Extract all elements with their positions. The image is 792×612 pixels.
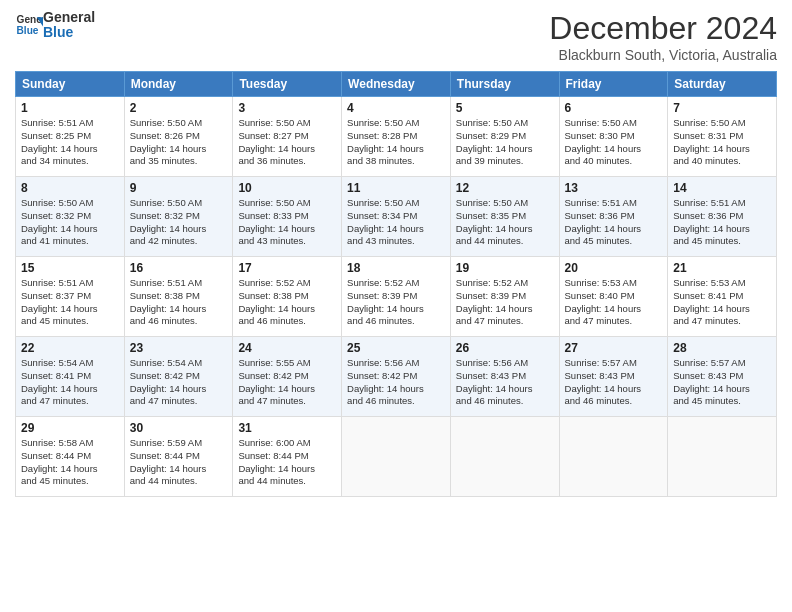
day-info: Sunrise: 5:57 AM Sunset: 8:43 PM Dayligh… bbox=[673, 357, 771, 408]
col-friday: Friday bbox=[559, 72, 668, 97]
day-info: Sunrise: 5:51 AM Sunset: 8:38 PM Dayligh… bbox=[130, 277, 228, 328]
day-info: Sunrise: 6:00 AM Sunset: 8:44 PM Dayligh… bbox=[238, 437, 336, 488]
calendar-cell bbox=[342, 417, 451, 497]
day-number: 18 bbox=[347, 261, 445, 275]
col-thursday: Thursday bbox=[450, 72, 559, 97]
calendar-week-2: 8Sunrise: 5:50 AM Sunset: 8:32 PM Daylig… bbox=[16, 177, 777, 257]
calendar-cell bbox=[450, 417, 559, 497]
day-number: 16 bbox=[130, 261, 228, 275]
calendar-week-4: 22Sunrise: 5:54 AM Sunset: 8:41 PM Dayli… bbox=[16, 337, 777, 417]
logo: General Blue General Blue bbox=[15, 10, 95, 41]
calendar-cell: 30Sunrise: 5:59 AM Sunset: 8:44 PM Dayli… bbox=[124, 417, 233, 497]
day-number: 10 bbox=[238, 181, 336, 195]
day-info: Sunrise: 5:56 AM Sunset: 8:42 PM Dayligh… bbox=[347, 357, 445, 408]
day-number: 12 bbox=[456, 181, 554, 195]
day-info: Sunrise: 5:53 AM Sunset: 8:40 PM Dayligh… bbox=[565, 277, 663, 328]
calendar-body: 1Sunrise: 5:51 AM Sunset: 8:25 PM Daylig… bbox=[16, 97, 777, 497]
day-number: 31 bbox=[238, 421, 336, 435]
day-number: 19 bbox=[456, 261, 554, 275]
day-number: 14 bbox=[673, 181, 771, 195]
calendar-cell: 21Sunrise: 5:53 AM Sunset: 8:41 PM Dayli… bbox=[668, 257, 777, 337]
calendar-cell: 19Sunrise: 5:52 AM Sunset: 8:39 PM Dayli… bbox=[450, 257, 559, 337]
col-saturday: Saturday bbox=[668, 72, 777, 97]
calendar-cell: 18Sunrise: 5:52 AM Sunset: 8:39 PM Dayli… bbox=[342, 257, 451, 337]
calendar-cell: 20Sunrise: 5:53 AM Sunset: 8:40 PM Dayli… bbox=[559, 257, 668, 337]
day-info: Sunrise: 5:52 AM Sunset: 8:39 PM Dayligh… bbox=[456, 277, 554, 328]
col-wednesday: Wednesday bbox=[342, 72, 451, 97]
day-info: Sunrise: 5:50 AM Sunset: 8:32 PM Dayligh… bbox=[130, 197, 228, 248]
subtitle: Blackburn South, Victoria, Australia bbox=[549, 47, 777, 63]
day-number: 25 bbox=[347, 341, 445, 355]
header: General Blue General Blue December 2024 … bbox=[15, 10, 777, 63]
calendar-cell: 6Sunrise: 5:50 AM Sunset: 8:30 PM Daylig… bbox=[559, 97, 668, 177]
day-info: Sunrise: 5:50 AM Sunset: 8:27 PM Dayligh… bbox=[238, 117, 336, 168]
day-info: Sunrise: 5:54 AM Sunset: 8:41 PM Dayligh… bbox=[21, 357, 119, 408]
calendar-cell: 5Sunrise: 5:50 AM Sunset: 8:29 PM Daylig… bbox=[450, 97, 559, 177]
calendar-cell: 26Sunrise: 5:56 AM Sunset: 8:43 PM Dayli… bbox=[450, 337, 559, 417]
day-info: Sunrise: 5:57 AM Sunset: 8:43 PM Dayligh… bbox=[565, 357, 663, 408]
calendar-cell: 7Sunrise: 5:50 AM Sunset: 8:31 PM Daylig… bbox=[668, 97, 777, 177]
day-info: Sunrise: 5:56 AM Sunset: 8:43 PM Dayligh… bbox=[456, 357, 554, 408]
day-number: 17 bbox=[238, 261, 336, 275]
day-number: 29 bbox=[21, 421, 119, 435]
day-number: 11 bbox=[347, 181, 445, 195]
calendar-cell: 1Sunrise: 5:51 AM Sunset: 8:25 PM Daylig… bbox=[16, 97, 125, 177]
calendar-cell: 23Sunrise: 5:54 AM Sunset: 8:42 PM Dayli… bbox=[124, 337, 233, 417]
calendar-cell: 9Sunrise: 5:50 AM Sunset: 8:32 PM Daylig… bbox=[124, 177, 233, 257]
page: General Blue General Blue December 2024 … bbox=[0, 0, 792, 612]
calendar-cell: 2Sunrise: 5:50 AM Sunset: 8:26 PM Daylig… bbox=[124, 97, 233, 177]
calendar-cell: 24Sunrise: 5:55 AM Sunset: 8:42 PM Dayli… bbox=[233, 337, 342, 417]
calendar-cell bbox=[559, 417, 668, 497]
day-info: Sunrise: 5:55 AM Sunset: 8:42 PM Dayligh… bbox=[238, 357, 336, 408]
day-info: Sunrise: 5:52 AM Sunset: 8:39 PM Dayligh… bbox=[347, 277, 445, 328]
calendar-cell: 22Sunrise: 5:54 AM Sunset: 8:41 PM Dayli… bbox=[16, 337, 125, 417]
calendar-week-5: 29Sunrise: 5:58 AM Sunset: 8:44 PM Dayli… bbox=[16, 417, 777, 497]
day-number: 4 bbox=[347, 101, 445, 115]
logo-line1: General bbox=[43, 10, 95, 25]
day-info: Sunrise: 5:50 AM Sunset: 8:32 PM Dayligh… bbox=[21, 197, 119, 248]
day-info: Sunrise: 5:50 AM Sunset: 8:30 PM Dayligh… bbox=[565, 117, 663, 168]
day-number: 21 bbox=[673, 261, 771, 275]
calendar-cell: 25Sunrise: 5:56 AM Sunset: 8:42 PM Dayli… bbox=[342, 337, 451, 417]
day-number: 1 bbox=[21, 101, 119, 115]
calendar-cell: 17Sunrise: 5:52 AM Sunset: 8:38 PM Dayli… bbox=[233, 257, 342, 337]
day-info: Sunrise: 5:58 AM Sunset: 8:44 PM Dayligh… bbox=[21, 437, 119, 488]
calendar-cell: 27Sunrise: 5:57 AM Sunset: 8:43 PM Dayli… bbox=[559, 337, 668, 417]
calendar-week-3: 15Sunrise: 5:51 AM Sunset: 8:37 PM Dayli… bbox=[16, 257, 777, 337]
col-sunday: Sunday bbox=[16, 72, 125, 97]
day-number: 6 bbox=[565, 101, 663, 115]
day-info: Sunrise: 5:51 AM Sunset: 8:36 PM Dayligh… bbox=[565, 197, 663, 248]
calendar-cell: 13Sunrise: 5:51 AM Sunset: 8:36 PM Dayli… bbox=[559, 177, 668, 257]
month-title: December 2024 bbox=[549, 10, 777, 47]
day-number: 9 bbox=[130, 181, 228, 195]
day-number: 7 bbox=[673, 101, 771, 115]
day-number: 26 bbox=[456, 341, 554, 355]
day-info: Sunrise: 5:50 AM Sunset: 8:31 PM Dayligh… bbox=[673, 117, 771, 168]
day-number: 8 bbox=[21, 181, 119, 195]
calendar-cell bbox=[668, 417, 777, 497]
calendar-cell: 15Sunrise: 5:51 AM Sunset: 8:37 PM Dayli… bbox=[16, 257, 125, 337]
day-info: Sunrise: 5:54 AM Sunset: 8:42 PM Dayligh… bbox=[130, 357, 228, 408]
col-monday: Monday bbox=[124, 72, 233, 97]
day-info: Sunrise: 5:50 AM Sunset: 8:34 PM Dayligh… bbox=[347, 197, 445, 248]
day-number: 20 bbox=[565, 261, 663, 275]
calendar-cell: 28Sunrise: 5:57 AM Sunset: 8:43 PM Dayli… bbox=[668, 337, 777, 417]
day-info: Sunrise: 5:50 AM Sunset: 8:33 PM Dayligh… bbox=[238, 197, 336, 248]
day-number: 22 bbox=[21, 341, 119, 355]
col-tuesday: Tuesday bbox=[233, 72, 342, 97]
svg-text:Blue: Blue bbox=[17, 26, 39, 37]
calendar-cell: 11Sunrise: 5:50 AM Sunset: 8:34 PM Dayli… bbox=[342, 177, 451, 257]
day-info: Sunrise: 5:53 AM Sunset: 8:41 PM Dayligh… bbox=[673, 277, 771, 328]
calendar-week-1: 1Sunrise: 5:51 AM Sunset: 8:25 PM Daylig… bbox=[16, 97, 777, 177]
calendar-cell: 3Sunrise: 5:50 AM Sunset: 8:27 PM Daylig… bbox=[233, 97, 342, 177]
day-info: Sunrise: 5:59 AM Sunset: 8:44 PM Dayligh… bbox=[130, 437, 228, 488]
day-number: 5 bbox=[456, 101, 554, 115]
calendar-cell: 29Sunrise: 5:58 AM Sunset: 8:44 PM Dayli… bbox=[16, 417, 125, 497]
day-number: 30 bbox=[130, 421, 228, 435]
day-number: 23 bbox=[130, 341, 228, 355]
calendar-cell: 4Sunrise: 5:50 AM Sunset: 8:28 PM Daylig… bbox=[342, 97, 451, 177]
day-info: Sunrise: 5:50 AM Sunset: 8:29 PM Dayligh… bbox=[456, 117, 554, 168]
calendar-cell: 10Sunrise: 5:50 AM Sunset: 8:33 PM Dayli… bbox=[233, 177, 342, 257]
calendar-header-row: Sunday Monday Tuesday Wednesday Thursday… bbox=[16, 72, 777, 97]
calendar-cell: 12Sunrise: 5:50 AM Sunset: 8:35 PM Dayli… bbox=[450, 177, 559, 257]
